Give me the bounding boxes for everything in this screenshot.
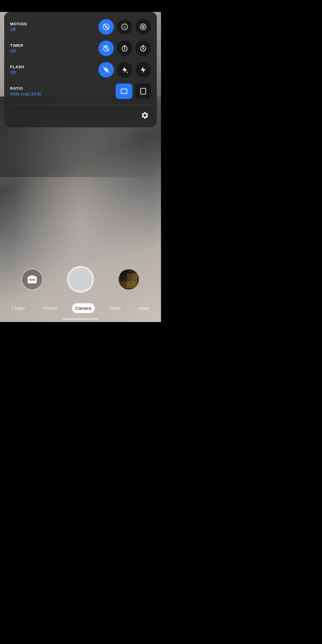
- flash-options: A: [98, 62, 151, 78]
- motion-off-button[interactable]: [98, 19, 114, 35]
- svg-text:A: A: [123, 25, 126, 29]
- flash-value: Off: [10, 70, 98, 75]
- ratio-value: Wide crop (16:9): [10, 92, 116, 96]
- gallery-thumbnail: [119, 269, 139, 290]
- motion-options: A: [98, 19, 151, 35]
- auto-motion-icon: A: [121, 23, 129, 31]
- flip-camera-button[interactable]: [21, 269, 43, 290]
- tab-portrait[interactable]: Portrait: [39, 303, 61, 313]
- flash-off-icon: [102, 66, 110, 74]
- ratio-43-button[interactable]: [135, 83, 151, 99]
- flash-title: FLASH: [10, 65, 98, 69]
- flash-off-button[interactable]: [98, 62, 114, 78]
- timer-value: Off: [10, 49, 98, 53]
- motion-on-icon: [139, 23, 147, 31]
- svg-text:3: 3: [124, 47, 126, 50]
- motion-value: Off: [10, 27, 98, 32]
- timer-10-icon: 10: [139, 44, 147, 52]
- svg-rect-26: [140, 88, 145, 94]
- motion-auto-button[interactable]: A: [117, 19, 132, 35]
- flash-auto-button[interactable]: A: [117, 62, 132, 78]
- shutter-button[interactable]: [68, 267, 93, 292]
- ratio-169-button[interactable]: [116, 83, 132, 99]
- svg-rect-25: [121, 89, 127, 93]
- panel-footer: [10, 109, 151, 121]
- tab-video[interactable]: Video: [106, 303, 124, 313]
- tab-more[interactable]: More: [135, 303, 152, 313]
- flash-auto-icon: A: [121, 66, 129, 74]
- svg-marker-22: [122, 66, 127, 73]
- timer-off-button[interactable]: [98, 41, 114, 56]
- flash-on-button[interactable]: [135, 62, 151, 78]
- tab-night-sight[interactable]: t Sight: [8, 303, 28, 313]
- no-motion-icon: [102, 23, 110, 31]
- flash-setting-row: FLASH Off A: [10, 62, 151, 78]
- camera-mode-tabs: t Sight Portrait Camera Video More: [0, 303, 161, 313]
- timer-label: TIMER Off: [10, 43, 98, 53]
- ratio-43-icon: [139, 87, 147, 95]
- ratio-169-icon: [120, 87, 128, 95]
- settings-gear-button[interactable]: [139, 109, 151, 121]
- panel-divider: [10, 105, 151, 105]
- ratio-title: RATIO: [10, 86, 116, 91]
- svg-text:10: 10: [142, 48, 144, 50]
- flip-camera-icon: [27, 274, 38, 285]
- timer-setting-row: TIMER Off 3: [10, 41, 151, 56]
- ratio-setting-row: RATIO Wide crop (16:9): [10, 83, 151, 99]
- timer-off-icon: [102, 44, 110, 52]
- motion-title: MOTION: [10, 22, 98, 26]
- timer-3s-button[interactable]: 3: [117, 41, 132, 56]
- timer-title: TIMER: [10, 43, 98, 48]
- flash-label: FLASH Off: [10, 65, 98, 75]
- gear-icon: [141, 111, 149, 120]
- home-indicator: [63, 318, 98, 320]
- motion-label: MOTION Off: [10, 22, 98, 32]
- timer-3-icon: 3: [121, 44, 129, 52]
- svg-point-7: [143, 26, 143, 27]
- svg-point-2: [105, 26, 107, 28]
- svg-marker-24: [141, 66, 145, 73]
- timer-10s-button[interactable]: 10: [135, 41, 151, 56]
- ratio-options: [116, 83, 151, 99]
- svg-text:A: A: [127, 71, 129, 74]
- settings-panel: MOTION Off A: [4, 12, 157, 127]
- status-bar: [0, 0, 161, 12]
- motion-on-button[interactable]: [135, 19, 151, 35]
- camera-controls: [0, 267, 161, 292]
- motion-setting-row: MOTION Off A: [10, 19, 151, 35]
- flash-on-icon: [139, 66, 147, 74]
- timer-options: 3 10: [98, 41, 151, 56]
- gallery-button[interactable]: [118, 269, 140, 290]
- tab-camera[interactable]: Camera: [72, 303, 95, 313]
- ratio-label: RATIO Wide crop (16:9): [10, 86, 116, 96]
